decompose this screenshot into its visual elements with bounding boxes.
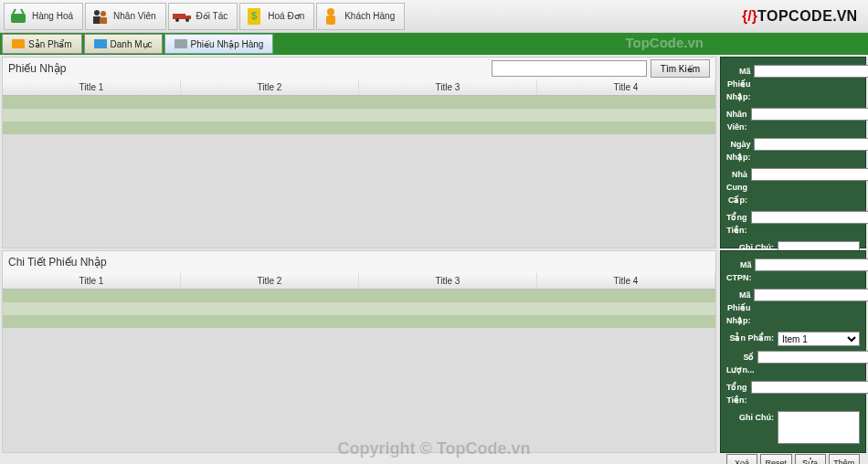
logo-main: TOPCODE — [757, 8, 832, 25]
tongtien-field[interactable] — [751, 211, 869, 224]
col-header[interactable]: Title 1 — [3, 79, 181, 95]
col-header[interactable]: Title 2 — [181, 79, 359, 95]
col-header[interactable]: Title 2 — [181, 273, 359, 289]
button-row-bottom: Xoá Reset Sửa Thêm — [726, 454, 860, 464]
grid-top[interactable]: Title 1 Title 2 Title 3 Title 4 — [3, 79, 715, 248]
watermark-top: TopCode.vn — [625, 35, 704, 50]
col-header[interactable]: Title 3 — [359, 79, 537, 95]
tab-label: Sản Phẩm — [28, 39, 72, 49]
col-header[interactable]: Title 4 — [537, 273, 715, 289]
table-row[interactable] — [3, 109, 715, 121]
table-row[interactable] — [3, 121, 715, 134]
nhanvien-field[interactable] — [751, 108, 869, 121]
tab-label: Phiếu Nhập Hàng — [191, 39, 264, 49]
svg-rect-4 — [100, 17, 107, 24]
col-header[interactable]: Title 1 — [3, 273, 181, 289]
grid-bottom[interactable]: Title 1 Title 2 Title 3 Title 4 — [3, 273, 715, 452]
table-row[interactable] — [3, 315, 715, 328]
pane-header-bottom: Chi Tiết Phiếu Nhập — [3, 251, 715, 273]
product-icon — [12, 39, 25, 48]
svg-rect-15 — [175, 39, 187, 48]
tab-bar: Sản Phẩm Danh Mục Phiếu Nhập Hàng TopCod… — [0, 33, 868, 55]
table-row[interactable] — [3, 96, 715, 109]
nav-label: Khách Hàng — [344, 11, 395, 21]
basket-icon — [8, 6, 28, 26]
col-header[interactable]: Title 3 — [359, 273, 537, 289]
svg-rect-12 — [326, 16, 335, 25]
tab-danhmuc[interactable]: Danh Mục — [84, 34, 163, 54]
grid-body — [3, 290, 715, 328]
field-label: Ngày Nhập: — [726, 138, 754, 163]
svg-rect-13 — [12, 39, 25, 48]
xoa2-button[interactable]: Xoá — [726, 454, 757, 464]
search-input[interactable] — [492, 60, 647, 77]
reset-button[interactable]: Reset — [760, 454, 791, 464]
nav-hanghoa[interactable]: Hàng Hoá — [4, 3, 83, 30]
svg-text:$: $ — [251, 10, 257, 21]
form-pane-bottom: Mã CTPN: Mã Phiếu Nhập: Sản Phẩm:Item 1 … — [720, 250, 866, 453]
logo: {/} TOPCODE .VN — [742, 8, 864, 25]
pane-title: Chi Tiết Phiếu Nhập — [8, 256, 107, 269]
invoice-icon: $ — [244, 6, 264, 26]
field-label: Nhân Viên: — [726, 108, 751, 133]
nhacungcap-field[interactable] — [751, 168, 868, 181]
field-label: Tổng Tiền: — [726, 211, 751, 237]
field-label: Mã Phiếu Nhập: — [726, 65, 754, 103]
nav-label: Nhân Viên — [113, 11, 156, 21]
svg-point-8 — [185, 18, 189, 22]
col-header[interactable]: Title 4 — [537, 79, 715, 95]
nav-nhanvien[interactable]: Nhân Viên — [85, 3, 166, 30]
nav-khachhang[interactable]: Khách Hàng — [316, 3, 405, 30]
nav-doitac[interactable]: Đối Tác — [168, 3, 238, 30]
nav-hoadon[interactable]: $ Hoá Đơn — [239, 3, 314, 30]
grid-header: Title 1 Title 2 Title 3 Title 4 — [3, 79, 715, 96]
nav-label: Hoá Đơn — [268, 11, 304, 21]
ngaynhap-field[interactable] — [754, 138, 868, 151]
nav-label: Hàng Hoá — [32, 11, 73, 21]
ghichu2-textarea[interactable] — [778, 411, 860, 444]
table-row[interactable] — [3, 302, 715, 315]
people-icon — [90, 6, 110, 26]
maphieunhap-field[interactable] — [754, 65, 868, 78]
search-button[interactable]: Tìm Kiếm — [651, 59, 710, 78]
svg-point-1 — [94, 10, 100, 16]
svg-point-2 — [101, 11, 106, 16]
grid-body — [3, 96, 715, 134]
truck-icon — [173, 6, 193, 26]
form-pane-top: Mã Phiếu Nhập: Nhân Viên: Ngày Nhập: Nhà… — [720, 57, 866, 248]
tab-phieunhaphang[interactable]: Phiếu Nhập Hàng — [164, 34, 274, 54]
table-row[interactable] — [3, 290, 715, 302]
pane-title: Phiếu Nhập — [8, 62, 66, 75]
content-area: Phiếu Nhập Tìm Kiếm Title 1 Title 2 Titl… — [0, 55, 868, 455]
grid-header: Title 1 Title 2 Title 3 Title 4 — [3, 273, 715, 290]
top-toolbar: Hàng Hoá Nhân Viên Đối Tác $ Hoá Đơn Khá… — [0, 0, 868, 33]
field-label: Nhà Cung Cấp: — [726, 168, 751, 206]
svg-rect-0 — [11, 14, 26, 23]
sua2-button[interactable]: Sửa — [795, 454, 826, 464]
field-label: Sản Phẩm: — [726, 332, 778, 344]
tab-label: Danh Mục — [111, 39, 153, 49]
sanpham-select[interactable]: Item 1 — [778, 332, 860, 346]
logo-suffix: .VN — [832, 8, 857, 25]
them2-button[interactable]: Thêm — [829, 454, 860, 464]
field-label: Tổng Tiền: — [726, 381, 751, 406]
field-label: Mã Phiếu Nhập: — [726, 289, 754, 327]
category-icon — [94, 39, 107, 48]
svg-point-11 — [327, 8, 334, 16]
soluong-field[interactable] — [757, 351, 868, 364]
maphieunhap2-field[interactable] — [754, 289, 868, 301]
customer-icon — [321, 6, 341, 26]
mactpn-field[interactable] — [755, 258, 868, 271]
tab-sanpham[interactable]: Sản Phẩm — [2, 34, 82, 54]
section-chitiet: Chi Tiết Phiếu Nhập Title 1 Title 2 Titl… — [2, 250, 866, 453]
section-phieunhap: Phiếu Nhập Tìm Kiếm Title 1 Title 2 Titl… — [2, 57, 866, 248]
tongtien2-field[interactable] — [751, 381, 869, 394]
grid-pane-top: Phiếu Nhập Tìm Kiếm Title 1 Title 2 Titl… — [2, 57, 716, 248]
field-label: Số Lượn... — [726, 351, 757, 376]
svg-point-7 — [175, 18, 179, 22]
receipt-icon — [175, 39, 187, 48]
pane-header-top: Phiếu Nhập Tìm Kiếm — [3, 58, 715, 79]
grid-pane-bottom: Chi Tiết Phiếu Nhập Title 1 Title 2 Titl… — [2, 250, 716, 453]
svg-rect-5 — [173, 14, 185, 19]
svg-rect-14 — [94, 39, 107, 48]
